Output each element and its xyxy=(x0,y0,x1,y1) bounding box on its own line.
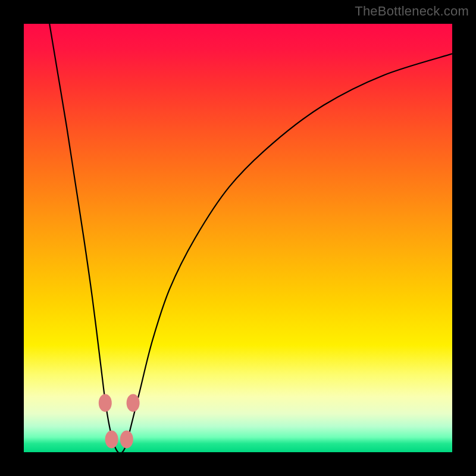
curve-marker xyxy=(99,394,112,412)
bottleneck-curve-path xyxy=(49,24,452,452)
curve-marker xyxy=(120,430,133,448)
curve-marker xyxy=(105,430,118,448)
bottleneck-curve-svg xyxy=(24,24,452,452)
curve-markers xyxy=(99,394,140,448)
watermark-text: TheBottleneck.com xyxy=(355,4,469,19)
chart-plot-area xyxy=(24,24,452,452)
curve-marker xyxy=(127,394,140,412)
